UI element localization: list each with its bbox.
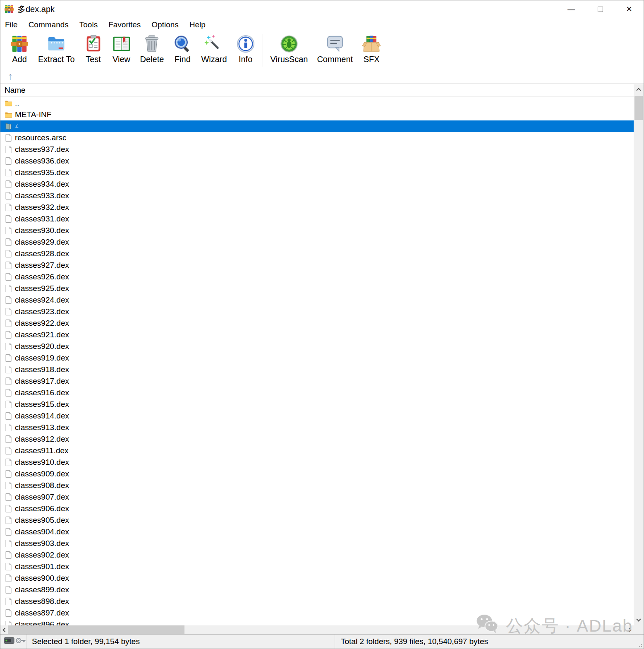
scroll-up-icon[interactable] bbox=[634, 84, 644, 95]
list-item[interactable]: classes928.dex bbox=[0, 248, 634, 260]
toolbar-label: Delete bbox=[140, 55, 164, 64]
list-item[interactable]: classes937.dex bbox=[0, 144, 634, 155]
file-icon bbox=[5, 470, 12, 478]
list-item[interactable]: classes930.dex bbox=[0, 225, 634, 236]
list-item[interactable]: classes910.dex bbox=[0, 457, 634, 468]
menu-help[interactable]: Help bbox=[184, 20, 211, 29]
menu-options[interactable]: Options bbox=[146, 20, 184, 29]
list-item[interactable]: classes918.dex bbox=[0, 364, 634, 375]
status-selected-text: Selected 1 folder, 99,154 bytes bbox=[32, 637, 140, 646]
horizontal-scrollbar[interactable] bbox=[0, 625, 634, 634]
list-item[interactable]: classes933.dex bbox=[0, 190, 634, 202]
scroll-right-icon[interactable] bbox=[626, 625, 634, 634]
delete-button[interactable]: Delete bbox=[136, 33, 169, 65]
file-name: classes928.dex bbox=[15, 249, 69, 258]
list-item[interactable]: classes897.dex bbox=[0, 607, 634, 619]
list-item[interactable]: classes911.dex bbox=[0, 445, 634, 457]
list-item[interactable]: classes917.dex bbox=[0, 375, 634, 387]
file-icon bbox=[5, 238, 12, 246]
file-icon bbox=[5, 331, 12, 339]
comment-button[interactable]: Comment bbox=[312, 33, 357, 65]
list-item[interactable]: classes935.dex bbox=[0, 167, 634, 178]
list-item[interactable]: classes926.dex bbox=[0, 271, 634, 283]
wizard-button[interactable]: Wizard bbox=[196, 33, 231, 65]
list-item[interactable]: classes922.dex bbox=[0, 317, 634, 329]
list-item[interactable]: classes920.dex bbox=[0, 341, 634, 352]
view-button[interactable]: View bbox=[108, 33, 136, 65]
list-item[interactable]: classes925.dex bbox=[0, 283, 634, 294]
vertical-scrollbar[interactable] bbox=[634, 84, 644, 625]
list-item[interactable]: ∠ bbox=[0, 120, 634, 132]
file-name: classes935.dex bbox=[15, 168, 69, 177]
list-item[interactable]: classes907.dex bbox=[0, 491, 634, 503]
file-icon bbox=[5, 250, 12, 257]
menu-favorites[interactable]: Favorites bbox=[103, 20, 146, 29]
file-icon bbox=[5, 262, 12, 269]
file-icon bbox=[5, 482, 12, 489]
list-item[interactable]: classes905.dex bbox=[0, 514, 634, 526]
list-item[interactable]: classes909.dex bbox=[0, 468, 634, 480]
file-list: ..META-INF∠resources.arscclasses937.dexc… bbox=[0, 97, 634, 625]
list-item[interactable]: classes927.dex bbox=[0, 260, 634, 271]
virusscan-button[interactable]: VirusScan bbox=[266, 33, 313, 65]
list-item[interactable]: classes913.dex bbox=[0, 422, 634, 433]
magic-wand-icon bbox=[204, 34, 223, 54]
file-name: classes915.dex bbox=[15, 400, 69, 409]
add-button[interactable]: Add bbox=[5, 33, 34, 65]
maximize-button[interactable] bbox=[586, 0, 615, 18]
list-item[interactable]: classes903.dex bbox=[0, 538, 634, 549]
list-item[interactable]: META-INF bbox=[0, 109, 634, 120]
list-item[interactable]: classes908.dex bbox=[0, 480, 634, 491]
list-item[interactable]: classes900.dex bbox=[0, 572, 634, 584]
virus-scan-icon bbox=[280, 34, 299, 54]
list-item[interactable]: classes904.dex bbox=[0, 526, 634, 538]
list-item[interactable]: classes896.dex bbox=[0, 619, 634, 625]
list-item[interactable]: classes916.dex bbox=[0, 387, 634, 399]
scroll-down-icon[interactable] bbox=[634, 615, 644, 625]
list-item[interactable]: classes921.dex bbox=[0, 329, 634, 341]
column-header-name[interactable]: Name bbox=[0, 84, 634, 97]
file-icon bbox=[5, 563, 12, 570]
list-item[interactable]: classes936.dex bbox=[0, 155, 634, 167]
find-button[interactable]: Find bbox=[168, 33, 196, 65]
window-title: 多dex.apk bbox=[17, 4, 55, 15]
list-item[interactable]: classes902.dex bbox=[0, 549, 634, 561]
list-item[interactable]: classes915.dex bbox=[0, 399, 634, 410]
list-item[interactable]: classes899.dex bbox=[0, 584, 634, 596]
menu-commands[interactable]: Commands bbox=[23, 20, 74, 29]
folder-icon bbox=[5, 100, 12, 106]
list-item[interactable]: classes924.dex bbox=[0, 294, 634, 306]
file-icon bbox=[5, 215, 12, 223]
horizontal-scrollbar-thumb[interactable] bbox=[8, 625, 184, 634]
list-item[interactable]: classes932.dex bbox=[0, 202, 634, 213]
file-name: resources.arsc bbox=[15, 133, 67, 142]
vertical-scrollbar-thumb[interactable] bbox=[634, 96, 643, 120]
file-name: classes925.dex bbox=[15, 284, 69, 293]
list-item[interactable]: classes906.dex bbox=[0, 503, 634, 514]
list-item[interactable]: classes901.dex bbox=[0, 561, 634, 572]
extract-to-button[interactable]: Extract To bbox=[34, 33, 79, 65]
minimize-button[interactable]: — bbox=[557, 0, 586, 18]
file-name: classes905.dex bbox=[15, 516, 69, 525]
list-item[interactable]: classes931.dex bbox=[0, 213, 634, 225]
info-button[interactable]: Info bbox=[232, 33, 260, 65]
close-button[interactable]: ✕ bbox=[615, 0, 644, 18]
list-item[interactable]: .. bbox=[0, 97, 634, 109]
list-item[interactable]: classes912.dex bbox=[0, 433, 634, 445]
list-item[interactable]: classes914.dex bbox=[0, 410, 634, 422]
list-item[interactable]: classes929.dex bbox=[0, 236, 634, 248]
list-item[interactable]: classes919.dex bbox=[0, 352, 634, 364]
up-directory-icon[interactable]: ↑ bbox=[8, 72, 13, 81]
trash-icon bbox=[142, 34, 161, 54]
test-button[interactable]: Test bbox=[79, 33, 108, 65]
list-item[interactable]: classes898.dex bbox=[0, 596, 634, 607]
list-item[interactable]: resources.arsc bbox=[0, 132, 634, 144]
resize-grip-icon[interactable] bbox=[638, 643, 642, 647]
menu-file[interactable]: File bbox=[0, 20, 23, 29]
magnifier-icon bbox=[173, 34, 192, 54]
scroll-left-icon[interactable] bbox=[0, 625, 8, 634]
list-item[interactable]: classes934.dex bbox=[0, 178, 634, 190]
sfx-button[interactable]: SFX bbox=[357, 33, 385, 65]
list-item[interactable]: classes923.dex bbox=[0, 306, 634, 317]
menu-tools[interactable]: Tools bbox=[74, 20, 103, 29]
